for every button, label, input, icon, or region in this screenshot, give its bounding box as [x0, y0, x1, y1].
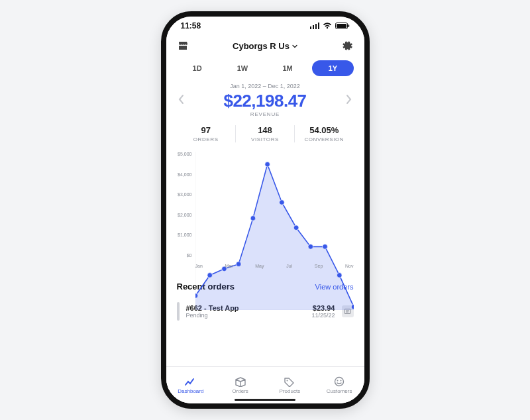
- order-status-indicator: [177, 302, 180, 321]
- revenue-chart: $5,000$4,000$3,000$2,000$1,000$0 JanMarM…: [177, 152, 354, 272]
- x-tick: Jul: [286, 264, 292, 268]
- svg-point-26: [337, 380, 339, 382]
- revenue-amount: $22,198.47: [223, 91, 306, 111]
- order-status: Pending: [186, 312, 305, 319]
- svg-point-18: [322, 244, 327, 250]
- kpi-label: CONVERSION: [295, 136, 353, 142]
- kpi-label: ORDERS: [177, 136, 235, 142]
- kpi-row: 97ORDERS148VISITORS54.05%CONVERSION: [177, 125, 354, 146]
- svg-point-19: [337, 273, 342, 278]
- wifi-icon: [323, 23, 332, 29]
- next-period-button[interactable]: [344, 91, 353, 111]
- chart-line-icon: [184, 376, 197, 387]
- svg-rect-5: [337, 24, 346, 28]
- x-tick: May: [255, 264, 264, 268]
- nav-tab-label: Orders: [232, 388, 248, 394]
- dashboard-content: 1D1W1M1Y Jan 1, 2022 – Dec 1, 2022 $22,1…: [166, 56, 364, 366]
- svg-rect-3: [318, 23, 319, 29]
- x-tick: Nov: [345, 264, 353, 268]
- status-bar: 11:58: [166, 17, 364, 35]
- x-tick: Mar: [225, 264, 233, 268]
- y-tick: $5,000: [178, 152, 191, 156]
- status-time: 11:58: [181, 21, 201, 30]
- x-tick: Sep: [315, 264, 323, 268]
- svg-point-16: [293, 225, 299, 231]
- y-tick: $1,000: [178, 233, 191, 237]
- battery-icon: [335, 23, 350, 29]
- nav-tab-label: Products: [280, 388, 301, 394]
- nav-tab-dashboard[interactable]: Dashboard: [166, 376, 216, 394]
- svg-rect-2: [315, 24, 317, 29]
- range-tab-1y[interactable]: 1Y: [312, 60, 353, 76]
- svg-point-10: [207, 273, 212, 278]
- chevron-left-icon: [178, 94, 185, 105]
- cellular-icon: [310, 23, 319, 29]
- svg-point-13: [250, 216, 256, 221]
- svg-rect-1: [313, 25, 314, 29]
- order-date: 11/25/22: [311, 312, 335, 319]
- x-tick: Jan: [195, 264, 203, 268]
- date-range-label: Jan 1, 2022 – Dec 1, 2022: [177, 83, 354, 89]
- kpi-value: 148: [236, 125, 294, 135]
- time-range-selector: 1D1W1M1Y: [177, 60, 354, 76]
- store-name: Cyborgs R Us: [233, 41, 290, 51]
- nav-tab-customers[interactable]: Customers: [315, 376, 364, 394]
- tag-icon: [283, 376, 296, 387]
- y-tick: $0: [187, 253, 192, 258]
- storefront-icon[interactable]: [177, 40, 189, 52]
- y-tick: $4,000: [178, 172, 191, 177]
- kpi-value: 54.05%: [295, 125, 353, 135]
- kpi-conversion[interactable]: 54.05%CONVERSION: [294, 125, 353, 142]
- svg-rect-6: [348, 25, 349, 27]
- svg-point-17: [307, 244, 313, 250]
- svg-point-25: [335, 378, 344, 386]
- svg-point-14: [264, 162, 270, 167]
- chevron-down-icon: [292, 41, 297, 51]
- package-icon: [234, 376, 247, 387]
- y-tick: $2,000: [178, 213, 191, 217]
- svg-point-15: [279, 200, 284, 205]
- face-icon: [333, 376, 346, 387]
- revenue-caption: REVENUE: [177, 111, 354, 117]
- chart-x-axis: JanMarMayJulSepNov: [195, 264, 354, 268]
- nav-tab-label: Dashboard: [178, 388, 203, 394]
- nav-tab-products[interactable]: Products: [265, 376, 315, 394]
- y-tick: $3,000: [178, 192, 191, 197]
- gear-icon: [343, 40, 353, 51]
- home-indicator: [235, 399, 295, 401]
- chevron-right-icon: [345, 94, 352, 105]
- range-tab-1w[interactable]: 1W: [222, 60, 263, 76]
- app-header: Cyborgs R Us: [166, 35, 364, 56]
- kpi-value: 97: [177, 125, 235, 135]
- svg-rect-0: [310, 26, 311, 29]
- screen: 11:58 C: [166, 17, 364, 403]
- nav-tab-label: Customers: [327, 388, 352, 394]
- svg-point-24: [287, 380, 288, 382]
- nav-tab-orders[interactable]: Orders: [215, 376, 265, 394]
- status-indicators: [310, 23, 350, 29]
- prev-period-button[interactable]: [177, 91, 186, 111]
- range-tab-1d[interactable]: 1D: [177, 60, 218, 76]
- store-selector[interactable]: Cyborgs R Us: [233, 41, 297, 51]
- chart-y-axis: $5,000$4,000$3,000$2,000$1,000$0: [177, 152, 194, 258]
- kpi-orders[interactable]: 97ORDERS: [177, 125, 235, 142]
- settings-button[interactable]: [342, 40, 354, 52]
- svg-point-27: [341, 380, 342, 382]
- chart-plot: [195, 152, 354, 310]
- phone-frame: 11:58 C: [161, 11, 370, 409]
- kpi-label: VISITORS: [236, 136, 294, 142]
- revenue-summary: $22,198.47: [177, 91, 354, 111]
- range-tab-1m[interactable]: 1M: [267, 60, 308, 76]
- kpi-visitors[interactable]: 148VISITORS: [235, 125, 294, 142]
